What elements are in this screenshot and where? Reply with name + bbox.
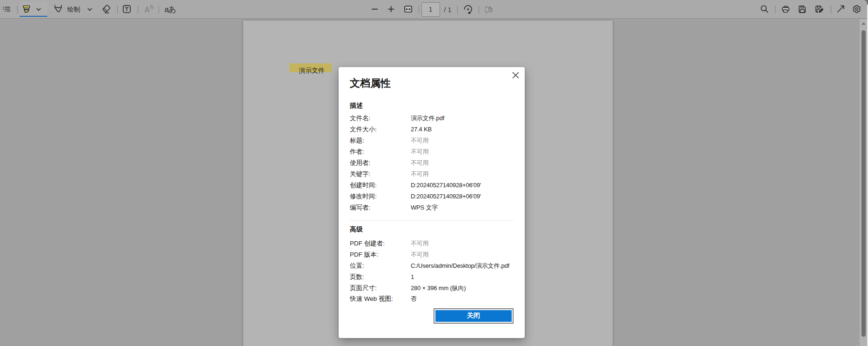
highlighter-icon — [23, 5, 30, 14]
fit-to-width-icon — [401, 3, 414, 15]
translate-icon: aあ — [165, 6, 176, 14]
rotate-button[interactable] — [461, 3, 474, 16]
table-of-contents-icon — [1, 3, 13, 15]
toolbar-separator — [17, 6, 18, 14]
property-value: 27.4 KB — [411, 126, 514, 133]
rotate-icon — [461, 3, 474, 16]
text-box-icon — [121, 3, 134, 16]
close-icon — [512, 72, 519, 79]
eraser-button[interactable] — [100, 3, 114, 16]
property-row: 快速 Web 视图:否 — [350, 293, 514, 305]
scrollbar-up-arrow[interactable] — [861, 22, 866, 25]
draw-tool-button[interactable]: 绘制 — [51, 2, 94, 17]
section-heading-description: 描述 — [350, 101, 363, 110]
property-row: PDF 版本:不可用 — [350, 249, 514, 260]
toolbar-separator — [775, 6, 775, 14]
add-text-button[interactable] — [121, 3, 134, 16]
property-label: 位置: — [350, 262, 411, 270]
eraser-icon — [100, 3, 114, 16]
toolbar-separator — [138, 6, 138, 14]
property-label: 页数: — [350, 273, 411, 281]
property-value: 不可用 — [411, 251, 514, 259]
property-label: 作者: — [350, 148, 411, 156]
translate-button[interactable]: aあ — [163, 3, 177, 16]
expand-icon — [835, 3, 848, 16]
settings-button[interactable] — [850, 3, 863, 16]
highlight-tool-button[interactable] — [20, 2, 47, 15]
property-label: 快速 Web 视图: — [350, 295, 411, 303]
property-value: D:20240527140928+06'09' — [411, 182, 514, 189]
property-row: 页面尺寸:280 × 396 mm (纵向) — [350, 283, 514, 294]
scrollbar-thumb[interactable] — [861, 30, 866, 337]
property-value: 不可用 — [411, 159, 514, 167]
save-as-button[interactable] — [814, 3, 827, 16]
active-tool-underline — [20, 16, 47, 17]
search-button[interactable] — [758, 3, 771, 16]
property-label: 文件名: — [350, 114, 411, 122]
search-icon — [758, 3, 771, 16]
toolbar-separator — [419, 6, 419, 14]
print-button[interactable] — [779, 3, 792, 16]
scrollbar-track[interactable] — [860, 19, 867, 346]
advanced-rows: PDF 创建者:不可用 PDF 版本:不可用 位置:C:/Users/admin… — [350, 238, 514, 305]
property-value: 1 — [411, 273, 514, 280]
fullscreen-button[interactable] — [835, 3, 848, 16]
toolbar-separator — [117, 6, 118, 14]
property-row: 页数:1 — [350, 271, 514, 283]
pdf-toolbar: 绘制 aあ — [0, 0, 867, 19]
read-aloud-button[interactable] — [142, 3, 155, 16]
table-of-contents-button[interactable] — [1, 3, 13, 15]
plus-icon — [385, 3, 397, 15]
page-view-button[interactable] — [482, 3, 496, 16]
property-label: 关键字: — [350, 170, 411, 178]
page-count-label: / 1 — [444, 6, 452, 14]
property-row: 编写者:WPS 文字 — [350, 202, 514, 213]
pen-icon — [54, 5, 62, 16]
zoom-out-button[interactable] — [369, 3, 381, 15]
minus-icon — [369, 3, 381, 15]
property-row: 使用者:不可用 — [350, 157, 514, 169]
property-row: 位置:C:/Users/admin/Desktop/演示文件.pdf — [350, 260, 514, 271]
property-value: C:/Users/admin/Desktop/演示文件.pdf — [411, 262, 514, 270]
property-value: 不可用 — [411, 148, 514, 156]
property-value: WPS 文字 — [411, 204, 514, 212]
property-label: PDF 创建者: — [350, 239, 411, 248]
toolbar-separator — [457, 6, 458, 14]
zoom-in-button[interactable] — [385, 3, 397, 15]
dialog-title: 文档属性 — [350, 76, 391, 90]
property-row: PDF 创建者:不可用 — [350, 238, 514, 250]
property-value: 不可用 — [411, 239, 514, 248]
property-row: 作者:不可用 — [350, 146, 514, 157]
property-value: D:20240527140928+06'09' — [411, 193, 514, 200]
property-label: 页面尺寸: — [350, 284, 411, 292]
section-heading-advanced: 高级 — [350, 224, 363, 234]
property-label: 使用者: — [350, 159, 411, 167]
chevron-down-icon — [36, 8, 41, 11]
property-value: 否 — [411, 295, 514, 303]
toolbar-separator — [159, 6, 159, 14]
property-row: 文件名:演示文件.pdf — [350, 113, 514, 124]
page-number-input[interactable] — [421, 2, 440, 17]
printer-icon — [779, 3, 792, 16]
property-row: 标题:不可用 — [350, 135, 514, 146]
fit-to-width-button[interactable] — [401, 3, 414, 15]
dialog-close-button[interactable] — [509, 68, 522, 81]
description-rows: 文件名:演示文件.pdf 文件大小:27.4 KB 标题:不可用 作者:不可用 … — [350, 113, 514, 214]
toolbar-separator — [479, 6, 479, 14]
close-button[interactable]: 关闭 — [434, 308, 513, 324]
property-label: 编写者: — [350, 204, 411, 212]
save-as-icon — [814, 3, 827, 16]
property-label: 修改时间: — [350, 192, 411, 201]
property-label: 文件大小: — [350, 125, 411, 134]
property-value: 280 × 396 mm (纵向) — [411, 284, 514, 292]
property-label: 创建时间: — [350, 181, 411, 190]
property-row: 修改时间:D:20240527140928+06'09' — [350, 191, 514, 202]
draw-label: 绘制 — [67, 2, 80, 17]
property-value: 不可用 — [411, 136, 514, 145]
toolbar-separator — [831, 6, 831, 14]
close-button-fill: 关闭 — [435, 310, 511, 322]
save-button[interactable] — [796, 3, 809, 16]
chevron-down-icon — [87, 8, 92, 11]
property-row: 创建时间:D:20240527140928+06'09' — [350, 180, 514, 191]
property-label: 标题: — [350, 136, 411, 145]
